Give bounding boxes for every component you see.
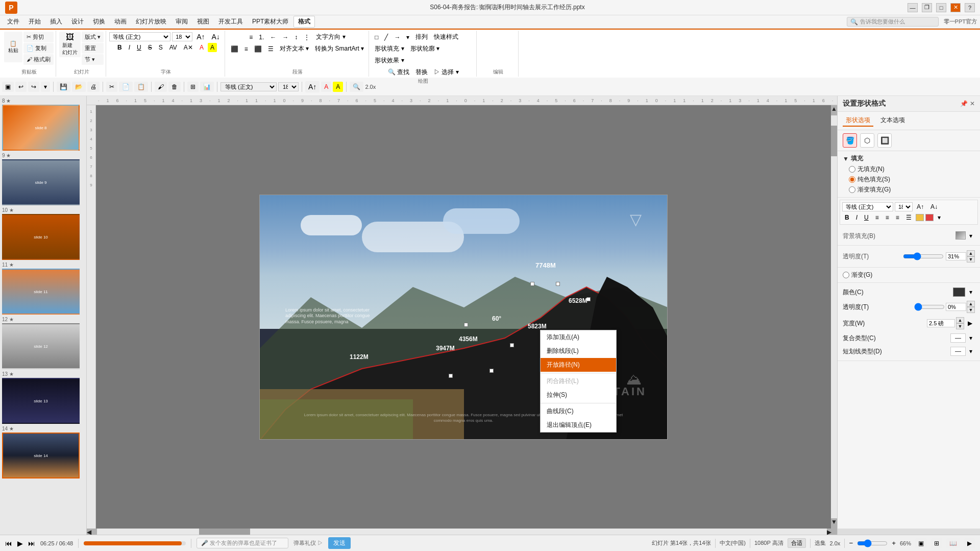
tb2-clear-btn[interactable]: 🗑 [168,82,181,92]
slide-sorter-btn[interactable]: ⊞ [931,538,942,548]
font-spacing-btn[interactable]: AV [167,43,180,52]
color-swatch[interactable] [953,288,965,297]
minimize-button[interactable]: — [908,3,918,12]
slideshow-btn[interactable]: ▶ [964,538,975,548]
menu-home[interactable]: 开始 [24,16,45,27]
tb2-font-size-select[interactable]: 18 [278,82,299,91]
tb2-save-btn[interactable]: 💾 [57,82,70,92]
tb2-print-btn[interactable]: 🖨 [87,82,100,92]
color-dropdown-btn[interactable]: ▾ [967,288,975,297]
send-button[interactable]: 发送 [328,537,351,549]
new-slide-button[interactable]: 🖼 新建幻灯片 [59,32,81,57]
solid-fill-radio[interactable] [849,176,855,183]
restore-button[interactable]: ❐ [922,3,932,12]
tb2-insert-chart-btn[interactable]: 📊 [200,82,214,92]
strikethrough-btn[interactable]: S [145,43,155,52]
paste-button[interactable]: 📋 粘贴 [4,32,22,62]
rp-bold-btn[interactable]: B [842,213,852,222]
scroll-left-btn[interactable]: ◀ [87,529,97,535]
width-input[interactable] [927,319,955,327]
clear-format-btn[interactable]: A✕ [181,43,195,52]
ctx-add-vertex[interactable]: 添加顶点(A) [541,330,616,344]
ctx-stretch[interactable]: 拉伸(S) [541,388,616,402]
menu-transition[interactable]: 切换 [89,16,109,27]
reset-button[interactable]: 重置 [82,43,104,54]
select-btn[interactable]: ▷ 选择 ▾ [431,67,461,78]
rp-close-btn[interactable]: ✕ [970,100,975,107]
scroll-down-btn[interactable]: ▼ [831,518,837,529]
menu-insert[interactable]: 插入 [46,16,66,27]
gradient-radio[interactable] [843,272,849,278]
bg-fill-dropdown-btn[interactable]: ▾ [967,231,975,241]
compound-preview[interactable]: — [950,333,966,343]
handle-ml[interactable] [464,323,468,327]
scroll-up-btn[interactable]: ▲ [831,105,837,115]
scroll-right-btn[interactable]: ▶ [827,529,837,535]
menu-slideshow[interactable]: 幻灯片放映 [132,16,170,27]
rp-effect-icon-btn[interactable]: 🔲 [877,133,892,148]
handle-bm[interactable] [489,369,494,373]
rp-size-select[interactable]: 18 [895,202,913,211]
font-color-btn[interactable]: A [197,43,206,52]
shadow-btn[interactable]: S [156,43,165,52]
quick-style-btn[interactable]: 快速样式 [431,32,461,42]
menu-format[interactable]: 格式 [293,16,315,28]
align-text-btn[interactable]: 对齐文本 ▾ [277,43,311,54]
layout-button[interactable]: 版式 ▾ [82,32,104,42]
zoom-slider[interactable] [857,539,888,547]
rp-align-justify-btn[interactable]: ☰ [903,213,914,222]
rp-text-color-swatch[interactable] [916,214,924,221]
zoom-in-btn[interactable]: + [892,539,896,547]
italic-btn[interactable]: I [126,43,133,52]
shape-arrow-btn[interactable]: → [391,32,403,42]
menu-design[interactable]: 设计 [67,16,88,27]
rp-fill-icon-btn[interactable]: 🪣 [843,133,857,148]
rp-more-fmt-btn[interactable]: ▾ [935,213,943,222]
slide-thumb-13[interactable]: 13 ★ slide 13 [2,371,84,424]
transparency-down-btn[interactable]: ▼ [967,256,975,262]
slide-thumb-10[interactable]: 10 ★ slide 10 [2,207,84,260]
list-bullet-btn[interactable]: ≡ [247,33,255,42]
slide-thumb-9[interactable]: 9 ★ slide 9 [2,153,84,205]
transparency-slider[interactable] [903,252,944,260]
bold-btn[interactable]: B [115,43,125,52]
align-center-btn[interactable]: ≡ [242,44,251,54]
slide-thumb-11[interactable]: 11 ★ slide 11 [2,262,84,315]
transparency-0-slider[interactable] [914,303,945,311]
transparency-0-up[interactable]: ▲ [967,301,975,307]
no-fill-radio[interactable] [849,166,855,173]
gradient-fill-radio[interactable] [849,186,855,193]
rp-tab-text[interactable]: 文本选项 [877,115,908,127]
shape-line-btn[interactable]: ╱ [382,32,390,42]
rp-tab-shape[interactable]: 形状选项 [843,115,873,127]
width-more-btn[interactable]: ▶ [965,319,975,328]
rp-align-right-btn[interactable]: ≡ [893,213,902,222]
align-justify-btn[interactable]: ☰ [265,44,276,54]
tb2-paste-btn[interactable]: 📋 [134,82,148,92]
horizontal-scrollbar[interactable]: ◀ ▶ [87,529,837,535]
rp-highlight-swatch[interactable] [925,214,934,221]
rp-font-select[interactable]: 等线 (正文) [842,202,893,211]
column-btn[interactable]: ⋮ [301,33,312,42]
tb2-insert-table-btn[interactable]: ⊞ [187,82,199,92]
slide-thumb-14[interactable]: 14 ★ slide 14 [2,426,84,478]
shape-more-btn[interactable]: ▾ [404,32,412,42]
rp-font-down-btn[interactable]: A↓ [928,202,940,211]
slide-thumb-8[interactable]: 8 ★ slide 8 [2,98,84,151]
ctx-curve-segment[interactable]: 曲线段(C) [541,404,616,418]
indent-left-btn[interactable]: ← [267,33,279,42]
menu-review[interactable]: 审阅 [172,16,192,27]
smartart-btn[interactable]: 转换为 SmartArt ▾ [312,43,366,54]
ctx-close-path[interactable]: 闭合路径(L) [541,374,616,388]
tb2-redo-btn[interactable]: ↪ [28,82,39,92]
dash-preview[interactable]: — [950,347,966,356]
rp-font-up-btn[interactable]: A↑ [914,202,926,211]
close-button[interactable]: ✕ [950,3,961,12]
tb2-font-family-select[interactable]: 等线 (正文) [220,82,277,91]
progress-bar[interactable] [84,541,186,545]
tb2-slide-panel-btn[interactable]: ▣ [2,82,14,92]
dash-dropdown[interactable]: ▾ [967,347,975,356]
menu-dev[interactable]: 开发工具 [214,16,247,27]
slide-thumb-12[interactable]: 12 ★ slide 12 [2,317,84,369]
cut-button[interactable]: ✂ 剪切 [23,32,54,42]
